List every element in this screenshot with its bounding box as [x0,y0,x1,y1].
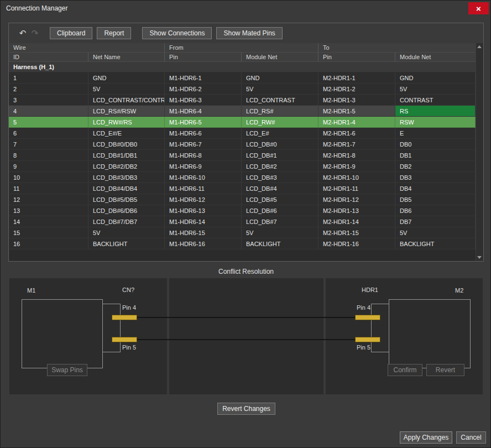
cell-from-net: LCD_CONTRAST [242,95,318,106]
cell-net: GND [88,72,165,84]
right-connector-outline [371,304,389,352]
left-pin4[interactable] [112,315,137,320]
cell-from-net: LCD_RW# [242,117,318,128]
connections-table: Wire From To ID Net Name Pin Module Net … [9,43,483,261]
column-header-to-pin[interactable]: Pin [318,53,395,62]
table-column-header-row: ID Net Name Pin Module Net Pin Module Ne… [9,53,476,62]
title-bar[interactable]: Connection Manager × [1,1,490,16]
cell-to-pin: M2-HDR1-16 [318,238,395,249]
cell-to-pin: M2-HDR1-3 [318,95,395,106]
table-row[interactable]: 25VM1-HDR6-25VM2-HDR1-25V [9,84,476,95]
table-row[interactable]: 3LCD_CONTRAST/CONTR...M1-HDR6-3LCD_CONTR… [9,95,476,106]
cell-id: 13 [9,205,88,216]
cell-from-pin: M1-HDR6-15 [165,227,242,238]
cell-id: 10 [9,172,88,183]
cell-to-pin: M2-HDR1-1 [318,72,395,84]
cell-from-net: LCD_DB#7 [242,216,318,227]
cell-net: 5V [88,84,165,95]
cell-to-pin: M2-HDR1-15 [318,227,395,238]
table-row[interactable]: 1GNDM1-HDR6-1GNDM2-HDR1-1GND [9,72,476,84]
table-row[interactable]: 13LCD_DB#6/DB6M1-HDR6-13LCD_DB#6M2-HDR1-… [9,205,476,216]
redo-button[interactable]: ↷ [29,27,41,39]
cell-to-net: DB5 [395,194,476,205]
cell-from-net: LCD_DB#0 [242,139,318,150]
right-pin4[interactable] [355,315,380,320]
left-pin5[interactable] [112,337,137,342]
right-component-label: M2 [455,287,463,294]
cell-to-pin: M2-HDR1-14 [318,216,395,227]
table-row[interactable]: 4LCD_RS#/RSWM1-HDR6-4LCD_RS#M2-HDR1-5RS [9,106,476,117]
cell-id: 11 [9,183,88,194]
table-row[interactable]: 8LCD_DB#1/DB1M1-HDR6-8LCD_DB#1M2-HDR1-8D… [9,150,476,161]
undo-button[interactable]: ↶ [17,27,29,39]
cell-id: 12 [9,194,88,205]
conflict-resolution-title: Conflict Resolution [1,268,491,275]
column-header-from-pin[interactable]: Pin [165,53,242,62]
cell-from-pin: M1-HDR6-8 [165,150,242,161]
cell-id: 16 [9,238,88,249]
report-button[interactable]: Report [97,27,131,39]
conflict-middle-panel [169,278,323,394]
cell-to-pin: M2-HDR1-5 [318,106,395,117]
revert-button[interactable]: Revert [426,364,464,376]
table-scrollbar[interactable] [476,43,483,261]
cell-to-net: DB7 [395,216,476,227]
cell-to-net: DB6 [395,205,476,216]
group-header-wire: Wire [9,43,165,53]
column-header-id[interactable]: ID [9,53,88,62]
close-button[interactable]: × [468,2,489,14]
cell-net: LCD_DB#5/DB5 [88,194,165,205]
conflict-right-panel: HDR1 M2 Pin 4 Pin 5 Confirm Revert [326,278,483,394]
left-component-label: M1 [27,287,35,294]
cell-id: 5 [9,117,88,128]
show-connections-button[interactable]: Show Connections [142,27,212,39]
revert-changes-button[interactable]: Revert Changes [217,403,275,415]
cell-to-pin: M2-HDR1-13 [318,205,395,216]
table-row[interactable]: 11LCD_DB#4/DB4M1-HDR6-11LCD_DB#4M2-HDR1-… [9,183,476,194]
harness-group-row[interactable]: Harness (H_1) [9,62,476,72]
table-row[interactable]: 5LCD_RW#/RSM1-HDR6-5LCD_RW#M2-HDR1-4RSW [9,117,476,128]
toolbar: ↶ ↷ Clipboard Report Show Connections Sh… [9,23,483,43]
cell-id: 4 [9,106,88,117]
cell-to-pin: M2-HDR1-9 [318,161,395,172]
cell-from-net: LCD_DB#3 [242,172,318,183]
cell-net: LCD_RS#/RSW [88,106,165,117]
scroll-up-icon[interactable] [477,45,482,48]
cell-from-net: LCD_DB#6 [242,205,318,216]
table-row[interactable]: 10LCD_DB#3/DB3M1-HDR6-10LCD_DB#3M2-HDR1-… [9,172,476,183]
table-row[interactable]: 12LCD_DB#5/DB5M1-HDR6-12LCD_DB#5M2-HDR1-… [9,194,476,205]
cell-from-pin: M1-HDR6-5 [165,117,242,128]
column-header-from-module-net[interactable]: Module Net [242,53,318,62]
right-pin5[interactable] [355,337,380,342]
apply-changes-button[interactable]: Apply Changes [400,431,452,444]
column-header-net-name[interactable]: Net Name [88,53,165,62]
swap-pins-button[interactable]: Swap Pins [47,364,87,376]
cell-to-net: DB2 [395,161,476,172]
cell-net: BACKLIGHT [88,238,165,249]
show-mated-pins-button[interactable]: Show Mated Pins [216,27,282,39]
cell-id: 9 [9,161,88,172]
column-header-to-module-net[interactable]: Module Net [395,53,476,62]
confirm-button[interactable]: Confirm [388,364,422,376]
scroll-down-icon[interactable] [477,256,482,259]
connections-panel: ↶ ↷ Clipboard Report Show Connections Sh… [8,23,484,262]
cancel-button[interactable]: Cancel [456,431,486,444]
right-pin4-label: Pin 4 [357,304,370,311]
cell-from-pin: M1-HDR6-14 [165,216,242,227]
table-row[interactable]: 155VM1-HDR6-155VM2-HDR1-155V [9,227,476,238]
cell-to-net: DB3 [395,172,476,183]
table-grid: Wire From To ID Net Name Pin Module Net … [9,43,476,249]
table-row[interactable]: 7LCD_DB#0/DB0M1-HDR6-7LCD_DB#0M2-HDR1-7D… [9,139,476,150]
table-row[interactable]: 14LCD_DB#7/DB7M1-HDR6-14LCD_DB#7M2-HDR1-… [9,216,476,227]
cell-to-net: GND [395,72,476,84]
cell-to-net: BACKLIGHT [395,238,476,249]
left-connector-outline [102,304,121,352]
table-row[interactable]: 9LCD_DB#2/DB2M1-HDR6-9LCD_DB#2M2-HDR1-9D… [9,161,476,172]
table-row[interactable]: 6LCD_E#/EM1-HDR6-6LCD_E#M2-HDR1-6E [9,128,476,139]
cell-from-pin: M1-HDR6-1 [165,72,242,84]
right-pin5-label: Pin 5 [357,344,370,351]
table-row[interactable]: 16BACKLIGHTM1-HDR6-16BACKLIGHTM2-HDR1-16… [9,238,476,249]
cell-from-net: LCD_DB#2 [242,161,318,172]
cell-id: 2 [9,84,88,95]
clipboard-button[interactable]: Clipboard [50,27,92,39]
